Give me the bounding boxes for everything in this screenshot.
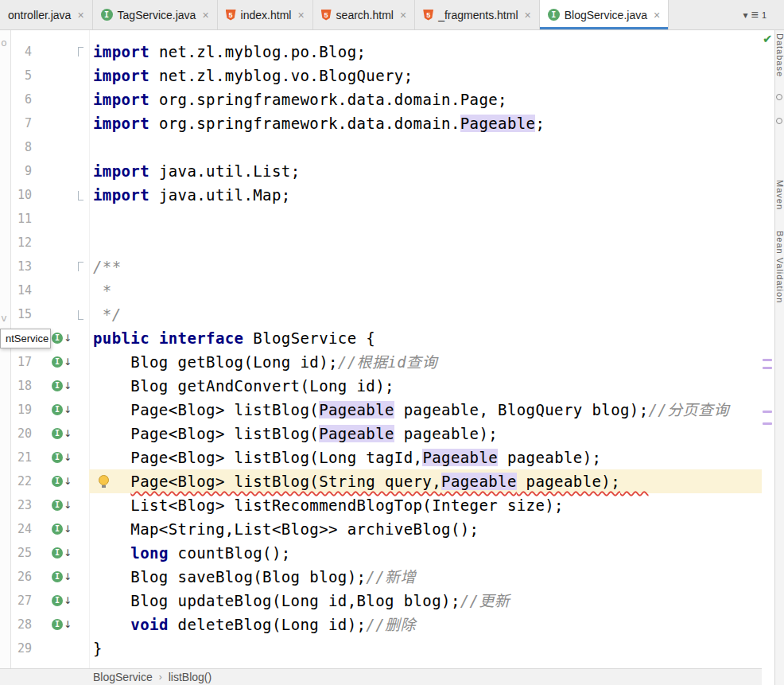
implemented-marker-icon[interactable]: I↓	[52, 571, 72, 582]
code-text[interactable]: */	[89, 302, 762, 326]
line-number[interactable]: 29	[11, 636, 32, 660]
tab-close-icon[interactable]: ×	[654, 9, 660, 21]
line-number[interactable]: 27	[11, 589, 32, 613]
code-text[interactable]: import java.util.List;	[89, 159, 762, 183]
gutter-icon-cell: I↓	[32, 469, 72, 493]
tab-close-icon[interactable]: ×	[525, 9, 531, 21]
implemented-marker-icon[interactable]: I↓	[52, 404, 72, 415]
code-text[interactable]: long countBlog();	[89, 541, 762, 565]
code-text[interactable]: import java.util.Map;	[89, 183, 762, 207]
line-number[interactable]: 26	[11, 565, 32, 589]
implemented-marker-icon[interactable]: I↓	[52, 476, 72, 487]
implemented-marker-icon[interactable]: I↓	[52, 333, 72, 344]
tab-ontroller-java[interactable]: ontroller.java×	[0, 0, 93, 29]
line-number[interactable]: 28	[11, 613, 32, 636]
code-text[interactable]: void deleteBlog(Long id);//删除	[89, 613, 762, 636]
line-number[interactable]: 9	[11, 159, 32, 183]
line-number[interactable]: 22	[11, 469, 32, 493]
tool-window-button-bean-validation[interactable]: Bean Validation	[775, 231, 784, 303]
error-stripe[interactable]: ✔	[762, 30, 774, 668]
tool-window-button-maven[interactable]: Maven	[775, 180, 784, 210]
tool-window-icon[interactable]	[776, 118, 782, 124]
code-text[interactable]	[89, 207, 762, 231]
code-text[interactable]	[89, 231, 762, 255]
implemented-marker-icon[interactable]: I↓	[52, 428, 72, 439]
occurrence-stripe-mark[interactable]	[763, 422, 772, 425]
line-number[interactable]: 11	[11, 207, 32, 231]
fold-marker[interactable]	[72, 302, 89, 326]
ide-window: ontroller.java×ITagService.java×5index.h…	[0, 0, 784, 685]
breadcrumb-item[interactable]: BlogService	[93, 671, 153, 683]
implemented-marker-icon[interactable]: I↓	[52, 380, 72, 391]
line-number[interactable]: 24	[11, 517, 32, 541]
implemented-marker-icon[interactable]: I↓	[52, 523, 72, 535]
tab-close-icon[interactable]: ×	[77, 9, 83, 21]
occurrence-stripe-mark[interactable]	[763, 367, 772, 369]
code-text[interactable]: public interface BlogService {	[89, 326, 762, 350]
chevron-down-icon[interactable]: ▾	[743, 10, 748, 21]
code-text[interactable]: List<Blog> listRecommendBlogTop(Integer …	[89, 493, 762, 517]
code-text[interactable]: import net.zl.myblog.vo.BlogQuery;	[89, 64, 762, 88]
code-text[interactable]: Page<Blog> listBlog(Pageable pageable, B…	[89, 398, 762, 422]
line-number[interactable]: 12	[11, 231, 32, 255]
code-text[interactable]	[89, 135, 762, 159]
line-number[interactable]: 25	[11, 541, 32, 565]
implemented-marker-icon[interactable]: I↓	[52, 356, 72, 368]
implemented-marker-icon[interactable]: I↓	[52, 452, 72, 463]
tab-search-html[interactable]: 5search.html×	[313, 0, 416, 29]
code-text[interactable]: Page<Blog> listBlog(Pageable pageable);	[89, 422, 762, 446]
occurrence-stripe-mark[interactable]	[763, 411, 772, 413]
tab-blogservice-java[interactable]: IBlogService.java×	[540, 0, 669, 29]
occurrence-stripe-mark[interactable]	[763, 359, 772, 361]
implemented-marker-icon[interactable]: I↓	[52, 547, 72, 559]
code-text[interactable]: /**	[89, 255, 762, 278]
tool-window-icon[interactable]	[776, 94, 782, 100]
line-number[interactable]: 6	[11, 88, 32, 111]
inspection-ok-check-icon[interactable]: ✔	[763, 32, 773, 46]
gutter-icon-cell: I↓	[32, 589, 72, 613]
code-text[interactable]: Map<String,List<Blog>> archiveBlog();	[89, 517, 762, 541]
implemented-marker-icon[interactable]: I↓	[52, 595, 72, 606]
line-number[interactable]: 8	[11, 135, 32, 159]
fold-marker[interactable]	[72, 255, 89, 278]
fold-marker[interactable]	[72, 40, 89, 64]
code-text[interactable]: Blog getAndConvert(Long id);	[89, 374, 762, 398]
implemented-marker-icon[interactable]: I↓	[52, 500, 72, 511]
line-number[interactable]: 23	[11, 493, 32, 517]
gutter-icon-cell: I↓	[32, 517, 72, 541]
tab-close-icon[interactable]: ×	[202, 9, 208, 21]
code-text[interactable]: Blog getBlog(Long id);//根据id查询	[89, 350, 762, 374]
tab-close-icon[interactable]: ×	[297, 9, 304, 21]
line-number[interactable]: 20	[11, 422, 32, 446]
tab-index-html[interactable]: 5index.html×	[218, 0, 313, 29]
line-number[interactable]: 19	[11, 398, 32, 422]
line-number[interactable]: 17	[11, 350, 32, 374]
tab-list-icon[interactable]: ≡	[751, 8, 759, 22]
code-text[interactable]: *	[89, 278, 762, 302]
line-number[interactable]: 18	[11, 374, 32, 398]
line-number[interactable]: 15	[11, 302, 32, 326]
line-number[interactable]: 21	[11, 446, 32, 469]
line-number[interactable]: 4	[11, 40, 32, 64]
intention-bulb-icon[interactable]	[99, 475, 109, 485]
code-text[interactable]: }	[89, 636, 762, 660]
line-number[interactable]: 14	[11, 278, 32, 302]
tool-window-button-database[interactable]: Database	[775, 33, 784, 77]
line-number[interactable]: 7	[11, 111, 32, 135]
code-text[interactable]: Page<Blog> listBlog(Long tagId,Pageable …	[89, 446, 762, 469]
fold-marker[interactable]	[72, 183, 89, 207]
code-text[interactable]: import org.springframework.data.domain.P…	[89, 111, 762, 135]
tab-tagservice-java[interactable]: ITagService.java×	[93, 0, 218, 29]
breadcrumb-item[interactable]: listBlog()	[169, 671, 212, 683]
line-number[interactable]: 5	[11, 64, 32, 88]
implemented-marker-icon[interactable]: I↓	[52, 619, 72, 630]
tab-close-icon[interactable]: ×	[400, 9, 406, 21]
code-text[interactable]: Blog saveBlog(Blog blog);//新增	[89, 565, 762, 589]
tab--fragments-html[interactable]: 5_fragments.html×	[415, 0, 540, 29]
code-text[interactable]: Page<Blog> listBlog(String query,Pageabl…	[89, 469, 762, 493]
code-text[interactable]: import org.springframework.data.domain.P…	[89, 88, 762, 111]
code-text[interactable]: Blog updateBlog(Long id,Blog blog);//更新	[89, 589, 762, 613]
line-number[interactable]: 13	[11, 255, 32, 278]
line-number[interactable]: 10	[11, 183, 32, 207]
code-text[interactable]: import net.zl.myblog.po.Blog;	[89, 40, 762, 64]
